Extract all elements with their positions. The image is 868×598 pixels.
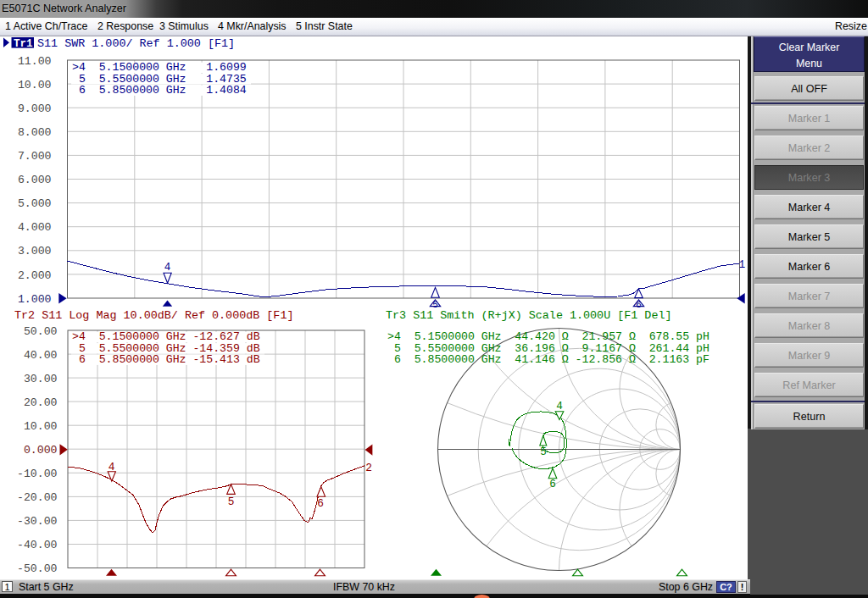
svg-text:-10.00: -10.00 (17, 468, 58, 480)
svg-text:6: 6 (549, 479, 556, 490)
svg-text:6 5.8500000 GHz 1.4084: 6 5.8500000 GHz 1.4084 (72, 84, 247, 97)
svg-text:0.000: 0.000 (24, 444, 58, 457)
svg-text:3.000: 3.000 (18, 245, 52, 257)
svg-text:10.00: 10.00 (24, 420, 58, 433)
svg-text:2.000: 2.000 (18, 269, 52, 282)
svg-text:Tr1: Tr1 (14, 38, 33, 50)
svg-text:-20.00: -20.00 (17, 491, 58, 504)
svg-text:7.000: 7.000 (18, 150, 52, 163)
svg-text:1: 1 (739, 258, 746, 271)
svg-text:2: 2 (365, 462, 372, 474)
svg-text:5.000: 5.000 (18, 197, 52, 210)
svg-text:4: 4 (556, 401, 563, 413)
svg-text:Tr3 S11 Smith (R+jX) Scale 1.0: Tr3 S11 Smith (R+jX) Scale 1.000U [F1 De… (386, 309, 672, 322)
svg-text:Tr2 S11 Log Mag 10.00dB/ Ref 0: Tr2 S11 Log Mag 10.00dB/ Ref 0.000dB [F1… (14, 309, 293, 322)
svg-text:8.000: 8.000 (18, 126, 52, 139)
svg-text:9.000: 9.000 (18, 102, 52, 115)
svg-text:S11 SWR 1.000/ Ref 1.000 [F1]: S11 SWR 1.000/ Ref 1.000 [F1] (37, 37, 235, 50)
svg-text:6.000: 6.000 (18, 174, 52, 186)
svg-text:11.00: 11.00 (18, 55, 52, 68)
svg-text:-30.00: -30.00 (17, 515, 58, 528)
svg-text:5: 5 (540, 446, 547, 458)
svg-text:6: 6 (317, 497, 324, 510)
svg-text:5: 5 (228, 496, 235, 508)
svg-text:6 5.8500000 GHz -15.413 dB: 6 5.8500000 GHz -15.413 dB (72, 353, 260, 366)
svg-text:4.000: 4.000 (18, 221, 52, 234)
svg-text:6 5.8500000 GHz 41.146 Ω -12: 6 5.8500000 GHz 41.146 Ω -12.856 Ω 2.116… (387, 353, 709, 366)
svg-text:4: 4 (164, 262, 171, 274)
svg-text:20.00: 20.00 (24, 396, 58, 409)
svg-text:-40.00: -40.00 (17, 539, 58, 551)
svg-text:40.00: 40.00 (24, 349, 58, 362)
svg-text:-50.00: -50.00 (17, 562, 58, 575)
svg-text:10.00: 10.00 (18, 79, 52, 91)
svg-text:30.00: 30.00 (24, 373, 58, 385)
svg-text:1.000: 1.000 (18, 293, 52, 306)
svg-text:50.00: 50.00 (24, 325, 58, 338)
